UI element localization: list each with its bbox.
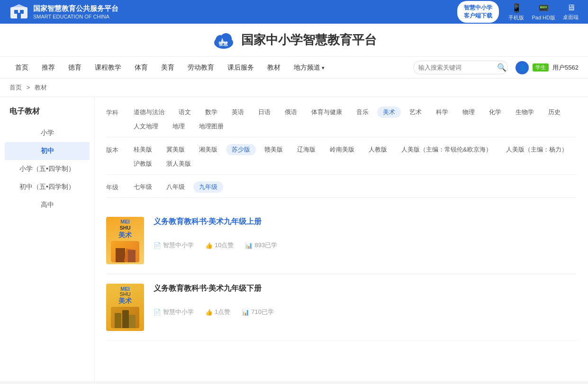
learner-icon-1: 📊 xyxy=(245,242,253,249)
filter-xiangmei[interactable]: 湘美版 xyxy=(193,144,223,155)
grade-filter-row: 年级 七年级 八年级 九年级 xyxy=(106,181,577,198)
filter-renjiao[interactable]: 人教版 xyxy=(363,144,393,155)
version-filter-row: 版本 桂美版 冀美版 湘美版 苏少版 赣美版 辽海版 岭南美版 人教版 人美版（… xyxy=(106,144,577,175)
filter-math[interactable]: 数学 xyxy=(199,107,223,118)
grade-filter-label: 年级 xyxy=(106,181,123,192)
filter-pe[interactable]: 体育与健康 xyxy=(306,107,348,118)
book-info-2: 义务教育教科书·美术九年级下册 📄 智慧中小学 👍 1点赞 📊 710已学 xyxy=(154,284,577,331)
search-input[interactable] xyxy=(418,64,494,71)
nav-local[interactable]: 地方频道 xyxy=(288,62,330,74)
filter-grade8[interactable]: 八年级 xyxy=(161,181,190,193)
book-learners-1: 📊 893已学 xyxy=(245,241,277,250)
filter-hujiao[interactable]: 沪教版 xyxy=(128,158,158,170)
filter-chemistry[interactable]: 化学 xyxy=(483,107,507,118)
nav-afterschool[interactable]: 课后服务 xyxy=(222,62,260,74)
sidebar-item-middle-54[interactable]: 初中（五•四学制） xyxy=(0,178,94,196)
top-header: 国家智慧教育公共服务平台 SMART EDUCATION OF CHINA 智慧… xyxy=(0,0,588,24)
nav-textbook[interactable]: 教材 xyxy=(262,62,286,74)
book-meta-2: 📄 智慧中小学 👍 1点赞 📊 710已学 xyxy=(154,308,577,316)
filter-science[interactable]: 科学 xyxy=(430,107,454,118)
publisher-icon-2: 📄 xyxy=(154,309,161,316)
subject-filter-tags: 道德与法治 语文 数学 英语 日语 俄语 体育与健康 音乐 美术 艺术 科学 物… xyxy=(128,107,577,132)
filter-lingnanmei[interactable]: 岭南美版 xyxy=(324,144,360,155)
logo-icon xyxy=(9,3,28,20)
nav-labor[interactable]: 劳动教育 xyxy=(182,62,220,74)
user-name: 用户5562 xyxy=(552,63,579,72)
filter-physics[interactable]: 物理 xyxy=(457,107,480,118)
book-item-2: MEI SHU 美术 义务教育教科书·美术九年级下册 xyxy=(106,274,577,341)
search-icon[interactable]: 🔍 xyxy=(497,63,507,72)
nav-recommend[interactable]: 推荐 xyxy=(36,62,61,74)
nav-items: 首页 推荐 德育 课程教学 体育 美育 劳动教育 课后服务 教材 地方频道 xyxy=(9,62,413,74)
pad-link[interactable]: 📟 Pad HD版 xyxy=(532,3,555,21)
book-cover-2[interactable]: MEI SHU 美术 xyxy=(106,284,144,331)
breadcrumb-sep: > xyxy=(27,84,30,91)
mobile-link[interactable]: 📱 手机版 xyxy=(508,3,524,21)
filter-jimei[interactable]: 冀美版 xyxy=(161,144,190,155)
nav-home[interactable]: 首页 xyxy=(9,62,34,74)
filter-english[interactable]: 英语 xyxy=(226,107,250,118)
nav-search-box[interactable]: 🔍 xyxy=(413,61,508,74)
breadcrumb-current: 教材 xyxy=(35,84,47,91)
filter-art[interactable]: 美术 xyxy=(377,107,401,118)
book-cover-1[interactable]: MEI SHU 美术 xyxy=(106,217,144,264)
sidebar-item-high[interactable]: 高中 xyxy=(0,196,94,214)
like-icon-1: 👍 xyxy=(205,242,213,249)
filter-liaohai[interactable]: 辽海版 xyxy=(291,144,321,155)
subject-filter-label: 学科 xyxy=(106,107,123,117)
filter-chinese[interactable]: 语文 xyxy=(173,107,197,118)
filter-humangeography[interactable]: 人文地理 xyxy=(128,121,164,132)
book-learners-2: 📊 710已学 xyxy=(242,308,274,316)
desktop-link[interactable]: 🖥 桌面端 xyxy=(563,3,579,21)
sidebar-item-primary-54[interactable]: 小学（五•四学制） xyxy=(0,160,94,178)
book-info-1: 义务教育教科书·美术九年级上册 📄 智慧中小学 👍 10点赞 📊 893已 xyxy=(154,217,577,264)
filter-sushao[interactable]: 苏少版 xyxy=(226,144,256,155)
learner-icon-2: 📊 xyxy=(242,309,249,316)
learners-count-1: 893已学 xyxy=(254,241,277,250)
book-title-2[interactable]: 义务教育教科书·美术九年级下册 xyxy=(154,284,577,294)
filter-morality[interactable]: 道德与法治 xyxy=(128,107,170,118)
filter-geoatlas[interactable]: 地理图册 xyxy=(193,121,229,132)
filter-geography[interactable]: 地理 xyxy=(167,121,190,132)
nav-moral[interactable]: 德育 xyxy=(63,62,87,74)
breadcrumb-home[interactable]: 首页 xyxy=(9,84,22,91)
filter-renmei1[interactable]: 人美版（主编：常锐伦&欧京海） xyxy=(396,144,498,155)
logo-main-name: 国家智慧教育公共服务平台 xyxy=(33,4,118,13)
filter-history[interactable]: 历史 xyxy=(543,107,566,118)
desktop-icon: 🖥 xyxy=(567,3,575,13)
book-publisher-1: 📄 智慧中小学 xyxy=(154,241,194,250)
book-list: MEI SHU 美术 义务教育教科书·美术九年级上册 xyxy=(106,207,577,341)
filter-arts[interactable]: 艺术 xyxy=(404,107,427,118)
logo: 国家智慧教育公共服务平台 SMART EDUCATION OF CHINA xyxy=(9,3,118,20)
sidebar-item-middle[interactable]: 初中 xyxy=(5,142,90,160)
svg-rect-4 xyxy=(17,13,21,18)
content-area: 学科 道德与法治 语文 数学 英语 日语 俄语 体育与健康 音乐 美术 艺术 科… xyxy=(95,97,588,381)
nav-sports[interactable]: 体育 xyxy=(129,62,154,74)
brand-title: 国家中小学智慧教育平台 xyxy=(241,32,377,48)
nav-curriculum[interactable]: 课程教学 xyxy=(89,62,127,74)
nav-arts[interactable]: 美育 xyxy=(155,62,180,74)
filter-russian[interactable]: 俄语 xyxy=(279,107,303,118)
filter-grade7[interactable]: 七年级 xyxy=(128,181,158,193)
version-filter-label: 版本 xyxy=(106,144,123,154)
filter-music[interactable]: 音乐 xyxy=(351,107,374,118)
like-icon-2: 👍 xyxy=(205,309,213,316)
pad-label: Pad HD版 xyxy=(532,14,555,21)
filter-zhejianmei[interactable]: 浙人美版 xyxy=(161,158,197,170)
filter-ganmei[interactable]: 赣美版 xyxy=(259,144,289,155)
filter-guimei[interactable]: 桂美版 xyxy=(128,144,158,155)
filter-renmei2[interactable]: 人美版（主编：杨力） xyxy=(500,144,573,155)
platform-links: 📱 手机版 📟 Pad HD版 🖥 桌面端 xyxy=(508,3,579,21)
pad-icon: 📟 xyxy=(538,3,549,13)
sidebar-item-primary[interactable]: 小学 xyxy=(0,124,94,142)
mobile-icon: 📱 xyxy=(511,3,522,13)
filter-japanese[interactable]: 日语 xyxy=(253,107,276,118)
book-publisher-2: 📄 智慧中小学 xyxy=(154,308,194,316)
publisher-icon-1: 📄 xyxy=(154,242,161,249)
brand-header: 智慧 国家中小学智慧教育平台 xyxy=(0,24,588,57)
filter-biology[interactable]: 生物学 xyxy=(510,107,540,118)
download-button[interactable]: 智慧中小学 客户端下载 xyxy=(457,1,499,23)
book-title-1[interactable]: 义务教育教科书·美术九年级上册 xyxy=(154,217,577,227)
filter-grade9[interactable]: 九年级 xyxy=(193,181,223,193)
grade-filter-tags: 七年级 八年级 九年级 xyxy=(128,181,223,193)
